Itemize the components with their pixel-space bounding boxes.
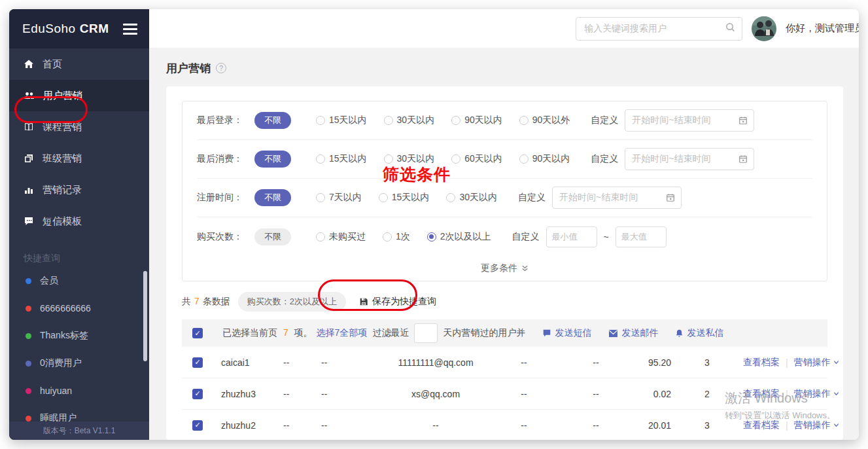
row-actions: 查看档案|营销操作 (743, 420, 841, 431)
radio-option[interactable]: 2次以及以上 (427, 231, 491, 243)
sidebar-item-课程营销[interactable]: 课程营销 (9, 111, 149, 143)
radio-label: 30天以内 (397, 115, 435, 126)
quick-query-list: 会员6666666666Thanks标签0消费用户huiyuan睡眠用户 (9, 267, 149, 422)
quick-query-item[interactable]: Thanks标签 (9, 322, 149, 350)
sidebar-item-班级营销[interactable]: 班级营销 (9, 143, 149, 174)
calendar-icon[interactable] (738, 154, 748, 164)
sidebar-item-用户营销[interactable]: 用户营销 (9, 80, 149, 111)
radio-option[interactable]: 60天以内 (451, 153, 502, 165)
quick-query-item[interactable]: 0消费用户 (9, 350, 149, 377)
date-range-input[interactable]: 开始时间~结束时间 (625, 148, 754, 170)
radio-option[interactable]: 30天以内 (384, 153, 435, 165)
marketing-action-link[interactable]: 营销操作 (794, 420, 839, 431)
radio-icon (384, 154, 393, 164)
search-icon[interactable] (725, 22, 735, 35)
cell-col3: -- (283, 357, 321, 368)
row-checkbox[interactable]: ✓ (192, 357, 203, 368)
save-quick-query-button[interactable]: 保存为快捷查询 (359, 296, 436, 308)
more-conditions-button[interactable]: 更多条件 (197, 256, 812, 281)
min-value-input[interactable]: 最小值 (546, 226, 597, 247)
view-profile-link[interactable]: 查看档案 (743, 420, 780, 431)
cell-username: zhuzhu2 (221, 420, 283, 431)
radio-option[interactable]: 15天以内 (316, 153, 367, 165)
table-row: ✓caicai1----11111111@qq.com----95.203查看档… (182, 347, 827, 378)
select-all-link[interactable]: 选择7全部项 (317, 327, 368, 339)
marketing-action-label: 营销操作 (794, 388, 831, 400)
hamburger-menu-icon[interactable] (123, 24, 137, 35)
max-value-input[interactable]: 最大值 (616, 226, 667, 247)
calendar-icon[interactable] (738, 116, 748, 125)
marketing-action-link[interactable]: 营销操作 (794, 357, 839, 368)
radio-option[interactable]: 30天以内 (446, 192, 497, 204)
filter-row: 最后消费：不限15天以内30天以内60天以内90天以内自定义开始时间~结束时间 (197, 140, 812, 179)
row-checkbox-cell: ✓ (192, 389, 221, 399)
cell-count: 2 (671, 389, 743, 399)
radio-option[interactable]: 15天以内 (316, 115, 367, 126)
user-greeting[interactable]: 你好，测试管理员 (786, 22, 859, 35)
action-发送私信[interactable]: 发送私信 (675, 327, 723, 339)
radio-option[interactable]: 90天以内 (451, 115, 502, 126)
cell-col4: -- (321, 357, 383, 368)
quick-query-item[interactable]: 6666666666 (9, 295, 149, 322)
marketing-action-link[interactable]: 营销操作 (794, 388, 839, 400)
range-separator: ~ (604, 232, 609, 242)
avatar[interactable] (752, 16, 776, 41)
action-发送短信[interactable]: 发送短信 (542, 327, 591, 339)
action-发送邮件[interactable]: 发送邮件 (608, 327, 658, 339)
mail-icon (608, 329, 618, 338)
row-checkbox[interactable]: ✓ (192, 420, 203, 431)
radio-option[interactable]: 90天以外 (519, 115, 570, 126)
radio-label: 90天以内 (532, 153, 570, 165)
active-filter-tag[interactable]: 购买次数：2次以及以上 (238, 292, 346, 312)
date-range-placeholder: 开始时间~结束时间 (632, 153, 738, 165)
radio-option[interactable]: 90天以内 (519, 153, 570, 165)
sidebar-item-短信模板[interactable]: 短信模板 (9, 206, 149, 237)
action-label: 发送短信 (555, 327, 591, 339)
date-range-input[interactable]: 开始时间~结束时间 (625, 109, 754, 132)
cell-col6: -- (488, 357, 560, 368)
sidebar-scrollbar[interactable] (143, 271, 147, 361)
search-input[interactable]: 输入关键词搜索用户 (576, 17, 742, 41)
view-profile-link[interactable]: 查看档案 (743, 357, 780, 368)
user-table: ✓caicai1----11111111@qq.com----95.203查看档… (182, 347, 827, 440)
filter-options: 7天以内15天以内30天以内 (316, 192, 497, 204)
date-range-input[interactable]: 开始时间~结束时间 (552, 187, 682, 209)
sidebar-item-营销记录[interactable]: 营销记录 (9, 174, 149, 206)
sidebar-item-首页[interactable]: 首页 (9, 48, 149, 80)
cell-col7: -- (560, 389, 632, 399)
radio-option[interactable]: 1次 (383, 231, 410, 243)
unlimited-pill[interactable]: 不限 (254, 151, 291, 168)
logo-text: EduSoho (22, 22, 76, 36)
radio-option[interactable]: 15天以内 (379, 192, 430, 204)
quick-query-item[interactable]: 会员 (9, 267, 149, 295)
cell-username: caicai1 (221, 357, 283, 368)
quick-query-item[interactable]: huiyuan (9, 377, 149, 404)
radio-icon (379, 193, 388, 202)
quick-query-item[interactable]: 睡眠用户 (9, 404, 149, 422)
row-checkbox[interactable]: ✓ (192, 389, 203, 399)
topbar: 输入关键词搜索用户 你好，测试管理员 (149, 9, 859, 48)
filter-row: 购买次数：不限未购买过1次2次以及以上自定义最小值~最大值 (197, 217, 812, 256)
radio-option[interactable]: 30天以内 (384, 115, 435, 126)
unlimited-pill[interactable]: 不限 (254, 228, 291, 245)
unlimited-pill[interactable]: 不限 (254, 112, 291, 129)
calendar-icon[interactable] (666, 193, 675, 202)
row-actions: 查看档案|营销操作 (743, 357, 841, 368)
bell-icon (675, 329, 684, 338)
book-icon (24, 122, 34, 132)
action-separator: | (786, 357, 788, 368)
radio-icon (446, 193, 455, 202)
view-profile-link[interactable]: 查看档案 (743, 388, 780, 400)
filter-row-label: 注册时间： (197, 192, 254, 204)
days-input[interactable] (414, 323, 438, 343)
radio-option[interactable]: 未购买过 (316, 231, 366, 243)
select-all-checkbox[interactable]: ✓ (192, 328, 203, 338)
page-content: 用户营销 ? 最后登录：不限15天以内30天以内90天以内90天以外自定义开始时… (149, 48, 859, 440)
cell-col7: -- (560, 357, 632, 368)
help-icon[interactable]: ? (216, 63, 226, 73)
radio-option[interactable]: 7天以内 (316, 192, 362, 204)
color-dot-icon (26, 388, 31, 394)
unlimited-pill[interactable]: 不限 (254, 189, 291, 206)
filter-row-label: 最后消费： (197, 153, 254, 165)
radio-icon (316, 116, 325, 125)
